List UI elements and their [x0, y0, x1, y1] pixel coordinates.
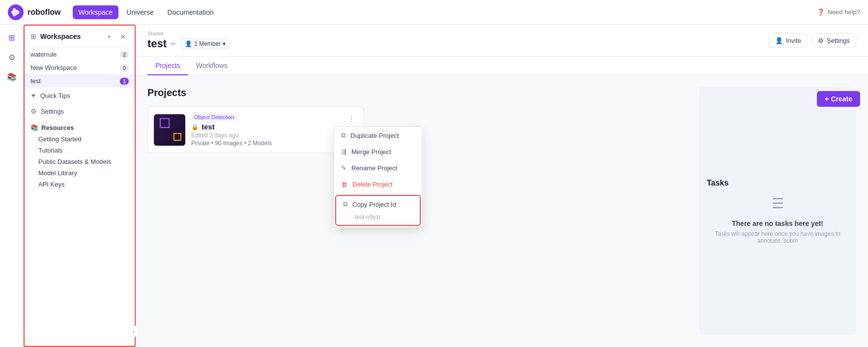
left-sidebar: ⊞ Workspaces + ✕ waterrule 2 New Workspa… [24, 25, 136, 347]
sidebar-icon-settings[interactable]: ⚙ [3, 48, 21, 66]
main-tabs: Projects Workflows [136, 57, 868, 75]
project-menu-button[interactable]: ⋮ [346, 113, 357, 125]
workspaces-icon: ⊞ [30, 32, 36, 40]
thumb-box-1 [160, 118, 170, 128]
context-menu-duplicate[interactable]: ⧉ Duplicate Project [334, 127, 422, 144]
projects-title: Projects [147, 87, 687, 98]
roboflow-logo-icon [8, 4, 24, 20]
workspace-info: Starter test ✏ 👤 1 Member ▾ [147, 31, 230, 50]
projects-area: Projects Object Detection 🔒 test [136, 75, 868, 347]
quick-tips-icon: ✦ [30, 92, 36, 99]
create-btn-container: + Create [817, 91, 860, 107]
context-menu-copy-id[interactable]: ⧉ Copy Project Id [336, 196, 420, 213]
main-header: Starter test ✏ 👤 1 Member ▾ 👤 Invite [136, 25, 868, 57]
settings-btn-icon: ⚙ [818, 37, 824, 44]
nav-links: Workspace Universe Documentation [73, 5, 220, 19]
workspace-edit-icon[interactable]: ✏ [171, 40, 176, 48]
copy-icon: ⧉ [343, 200, 347, 208]
resources-label: Resources [41, 124, 74, 131]
workspace-item-waterrule[interactable]: waterrule 2 [25, 48, 135, 61]
sidebar-icon-resources[interactable]: 📚 [3, 68, 21, 86]
resource-public-datasets[interactable]: Public Datasets & Models [25, 156, 135, 167]
workspace-tier: Starter [147, 31, 230, 36]
workspace-item-test[interactable]: test 1 [25, 74, 135, 88]
add-workspace-button[interactable]: + [103, 31, 115, 42]
nav-right: ❓ Need help? [817, 8, 861, 16]
member-chevron-icon: ▾ [223, 40, 226, 47]
workspace-title: test [147, 37, 167, 50]
rename-label: Rename Project [351, 164, 397, 172]
resource-model-library[interactable]: Model Library [25, 167, 135, 179]
sidebar-collapse-button[interactable]: ‹ [128, 325, 140, 337]
resource-getting-started[interactable]: Getting Started [25, 133, 135, 145]
resource-tutorials[interactable]: Tutorials [25, 145, 135, 156]
project-name-text: test [202, 123, 215, 131]
icon-sidebar: ⊞ ⚙ 📚 [0, 25, 24, 347]
svg-point-1 [11, 11, 14, 14]
resource-api-keys[interactable]: API Keys [25, 179, 135, 190]
projects-main: Projects Object Detection 🔒 test [147, 87, 687, 335]
project-stats: Private • 90 Images • 2 Models [191, 140, 357, 147]
merge-label: Merge Project [351, 148, 391, 156]
resources-section: 📚 Resources [25, 119, 135, 133]
workspace-badge-test: 1 [120, 78, 129, 85]
quick-tips-label: Quick Tips [40, 92, 70, 99]
tasks-empty-desc: Tasks will appear here once you have ima… [707, 230, 848, 244]
top-nav: roboflow Workspace Universe Documentatio… [0, 0, 868, 25]
tasks-title: Tasks [707, 179, 728, 188]
workspace-badge-new: 0 [120, 64, 129, 71]
tasks-panel: Tasks ☰ There are no tasks here yet! Tas… [699, 87, 856, 335]
workspace-item-new[interactable]: New Workspace 0 [25, 61, 135, 74]
tab-projects[interactable]: Projects [147, 57, 188, 75]
project-card[interactable]: Object Detection 🔒 test Edited 3 days ag… [147, 106, 364, 153]
context-menu-rename[interactable]: ✎ Rename Project [334, 160, 422, 176]
workspaces-label: Workspaces [40, 32, 81, 40]
project-images: 90 Images [215, 140, 242, 147]
lock-icon: 🔒 [191, 124, 199, 130]
settings-icon: ⚙ [30, 107, 37, 115]
tab-workflows[interactable]: Workflows [188, 57, 235, 75]
member-count: 1 Member [194, 40, 221, 47]
tasks-empty-title: There are no tasks here yet! [732, 220, 823, 227]
workspace-badge-waterrule: 2 [120, 51, 129, 58]
settings-button[interactable]: ⚙ Settings [811, 33, 856, 48]
nav-workspace[interactable]: Workspace [73, 5, 119, 19]
need-help-link[interactable]: ❓ Need help? [817, 8, 861, 16]
project-visibility: Private [191, 140, 209, 147]
invite-button[interactable]: 👤 Invite [769, 33, 808, 48]
app-layout: ⊞ ⚙ 📚 ⊞ Workspaces + ✕ waterrule 2 New W… [0, 25, 868, 347]
brand-name: roboflow [28, 8, 61, 17]
header-actions: 👤 Invite ⚙ Settings [769, 33, 856, 48]
thumb-box-2 [174, 133, 181, 141]
tasks-empty-icon: ☰ [772, 195, 784, 212]
main-content: Starter test ✏ 👤 1 Member ▾ 👤 Invite [136, 25, 868, 347]
help-label: Need help? [828, 8, 861, 16]
copy-project-section: ⧉ Copy Project Id test-o9yzr [335, 195, 421, 226]
context-menu-delete[interactable]: 🗑 Delete Project [334, 176, 422, 192]
member-icon: 👤 [185, 40, 192, 47]
merge-icon: ⇶ [341, 148, 347, 156]
rename-icon: ✎ [341, 164, 347, 172]
member-badge[interactable]: 👤 1 Member ▾ [180, 38, 230, 49]
delete-label: Delete Project [352, 181, 393, 188]
sidebar-icon-workspaces[interactable]: ⊞ [3, 29, 21, 46]
duplicate-icon: ⧉ [341, 131, 346, 139]
resources-icon: 📚 [30, 124, 38, 131]
settings-nav[interactable]: ⚙ Settings [25, 103, 135, 119]
logo[interactable]: roboflow [8, 4, 61, 20]
duplicate-label: Duplicate Project [350, 132, 399, 139]
create-button[interactable]: + Create [817, 91, 860, 107]
nav-documentation[interactable]: Documentation [162, 5, 220, 19]
delete-icon: 🗑 [341, 181, 347, 188]
project-meta: Edited 3 days ago [191, 132, 357, 139]
nav-universe[interactable]: Universe [120, 5, 159, 19]
project-id-value: test-o9yzr [336, 213, 420, 225]
project-edited: Edited 3 days ago [191, 132, 238, 139]
workspace-settings-icon[interactable]: ✕ [117, 31, 129, 42]
invite-icon: 👤 [775, 37, 783, 44]
context-menu: ⧉ Duplicate Project ⇶ Merge Project ✎ Re… [334, 126, 422, 227]
quick-tips-nav[interactable]: ✦ Quick Tips [25, 88, 135, 103]
create-label: + Create [825, 95, 852, 103]
settings-label: Settings [41, 108, 64, 115]
context-menu-merge[interactable]: ⇶ Merge Project [334, 144, 422, 160]
